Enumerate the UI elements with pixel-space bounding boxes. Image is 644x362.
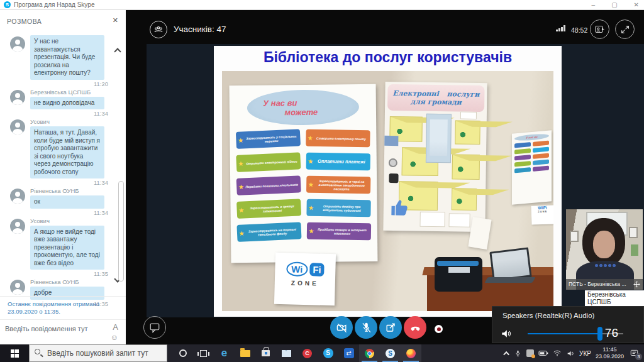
taskbar-search[interactable] [29, 344, 167, 362]
chat-message: У нас не завантажується презентація. Чи … [0, 35, 126, 87]
background-poster [631, 244, 638, 256]
ccleaner-icon[interactable]: C [297, 344, 318, 362]
fullscreen-icon[interactable] [615, 19, 635, 39]
tray-chevron-up-icon[interactable] [503, 351, 509, 357]
star-icon: ★ [239, 231, 244, 235]
add-participant-icon[interactable] [590, 19, 609, 39]
text-format-icon[interactable]: A [113, 322, 118, 332]
small-card [419, 212, 445, 228]
volume-flyout: Speakers (Realtek(R) Audio) 76 [492, 306, 644, 343]
laptop-base [484, 277, 535, 283]
star-icon: ★ [238, 185, 243, 189]
cortana-icon[interactable] [172, 344, 193, 362]
avatar [10, 189, 25, 204]
close-icon[interactable]: ✕ [634, 0, 639, 9]
firefox-icon[interactable] [401, 344, 421, 362]
message-time: 11:35 [30, 270, 108, 277]
signal-strength-icon [556, 25, 565, 31]
participant-video-thumbnail[interactable]: ПСТЬ - Березнівська ... [566, 209, 643, 290]
participants-count[interactable]: Учасників: 47 [174, 25, 226, 34]
camera-off-icon[interactable] [330, 316, 353, 339]
volume-value: 76 [605, 326, 618, 340]
minimize-icon[interactable]: – [592, 0, 596, 9]
services-poster: У нас ви можете ★Зареєструватись у соціа… [230, 84, 378, 263]
store-icon[interactable] [255, 344, 276, 362]
mic-off-icon[interactable] [355, 316, 377, 339]
star-icon: ★ [238, 208, 243, 212]
skype-business-icon[interactable]: S [380, 344, 401, 362]
chat-message: Березнівська ЦСПШБ не видно доповідача 1… [0, 89, 126, 118]
message-bubble: Наташа, я тут. Давай, коли буде мій вист… [30, 126, 104, 178]
volume-slider[interactable]: 76 [528, 333, 623, 334]
participants-icon[interactable] [150, 21, 167, 38]
slide-title: Бібліотека до послуг користувачів [214, 49, 562, 66]
thumbs-up-icon [390, 196, 410, 217]
tray-volume-icon[interactable] [566, 349, 575, 358]
teamviewer-icon[interactable]: ⇄ [338, 344, 359, 362]
chat-toggle-icon[interactable] [143, 316, 166, 339]
wifi-zone-sign-small: WiFi ZONE [531, 205, 553, 224]
task-view-icon[interactable] [193, 344, 214, 362]
poster-cloud-title: У нас ви можете [247, 89, 359, 126]
message-bubble: А якщо не вийде тоді вже завантажу презе… [30, 226, 104, 270]
mini-services-poster: У нас ви [512, 130, 552, 205]
emoji-icon[interactable]: ☺ [111, 333, 118, 342]
eservices-poster: Електронніпослуги для громади [383, 82, 487, 232]
message-input[interactable] [5, 325, 99, 332]
message-author: Рівненська ОУНБ [30, 278, 126, 285]
avatar [10, 90, 25, 105]
star-icon: ★ [309, 206, 314, 209]
poster-ribbon: ★Створити електронну пошту [306, 129, 370, 148]
avatar [10, 119, 25, 134]
action-center-icon[interactable]: 3 [630, 349, 639, 358]
volume-slider-thumb[interactable] [597, 327, 602, 341]
tray-app-icon[interactable] [526, 349, 534, 357]
message-author: Усович [30, 118, 126, 125]
call-timer: 48:52 [571, 26, 587, 34]
move-icon[interactable] [633, 281, 640, 288]
poster-ribbon: ★Оплатити платежі [306, 153, 370, 171]
message-time: 11:34 [30, 110, 108, 117]
chat-close-icon[interactable]: ✕ [113, 16, 118, 25]
clock[interactable]: 11:45 23.09.2020 [596, 346, 624, 360]
battery-icon[interactable] [538, 349, 548, 357]
message-time: 11:34 [30, 209, 108, 216]
poster-ribbon: ★Придбати товари в інтернет магазинах [307, 222, 371, 241]
video-participant-label: ПСТЬ - Березнівська ... [569, 279, 626, 290]
skype-meetings-window: S Програма для Нарад Skype – ▢ ✕ РОЗМОВА… [0, 0, 644, 362]
maximize-icon[interactable]: ▢ [611, 0, 617, 9]
chat-scrollbar[interactable] [118, 181, 124, 282]
chrome-icon[interactable] [359, 344, 380, 362]
message-time: 11:20 [30, 80, 108, 87]
poster-ribbon: ★Отримати електронний підпис [236, 152, 301, 172]
poster-ribbon: ★Отримати довідку про відсутність судимо… [306, 199, 370, 217]
envelope-graphic [452, 188, 477, 211]
tray-mic-icon[interactable] [514, 349, 522, 358]
hang-up-icon[interactable] [404, 316, 426, 339]
mail-icon[interactable] [276, 344, 297, 362]
share-screen-icon[interactable] [379, 316, 402, 339]
wall-frame [629, 227, 638, 238]
speaker-icon[interactable] [500, 327, 513, 340]
edge-icon[interactable]: e [214, 344, 235, 362]
search-input[interactable] [47, 345, 164, 361]
round-badge-graphic [389, 158, 397, 167]
chat-message: Рівненська ОУНБ ок 11:34 [0, 187, 126, 216]
poster-ribbons: ★Зареєструватись у соціальних мережах ★С… [230, 128, 377, 241]
skype-icon[interactable]: S [318, 344, 338, 362]
printer [435, 257, 482, 292]
poster-ribbon: ★Зареєструватись в черзі на виготовлення… [306, 176, 370, 194]
windows-taskbar: e C S ⇄ S [0, 344, 644, 362]
start-button[interactable] [0, 344, 29, 362]
hanging-paper [468, 217, 491, 250]
center-card-graphic [426, 114, 452, 163]
file-explorer-icon[interactable] [235, 344, 255, 362]
presentation-slide: Бібліотека до послуг користувачів У нас … [214, 46, 562, 317]
language-indicator[interactable]: УКР [579, 350, 591, 357]
star-icon: ★ [238, 138, 243, 142]
chat-panel-title: РОЗМОВА [7, 18, 42, 25]
window-title: Програма для Нарад Skype [14, 1, 94, 8]
envelope-graphic [452, 154, 480, 180]
wifi-icon[interactable] [553, 349, 562, 357]
meeting-stage-area: Учасників: 47 48:52 Бібліотека до послуг… [126, 10, 644, 344]
